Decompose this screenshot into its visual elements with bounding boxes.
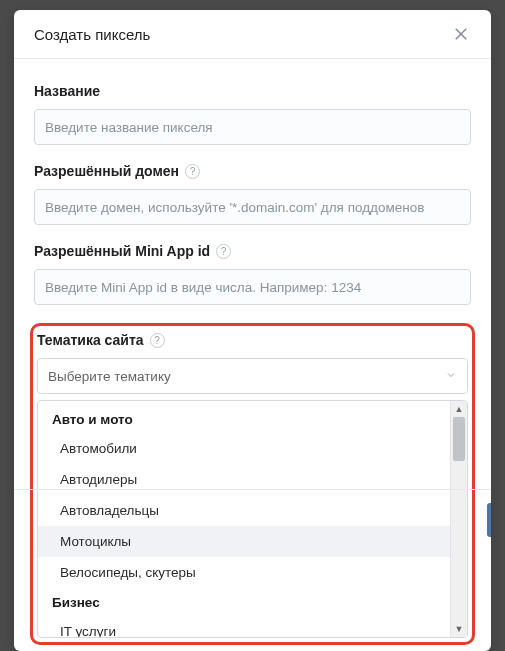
dropdown-group-header: Авто и мото	[38, 405, 450, 433]
help-icon[interactable]: ?	[185, 164, 200, 179]
field-domain-label: Разрешённый домен ?	[34, 163, 471, 179]
footer-separator	[14, 489, 491, 490]
dropdown-item[interactable]: Велосипеды, скутеры	[38, 557, 450, 588]
field-topic: Тематика сайта ? Выберите тематику Авто …	[37, 332, 468, 638]
dropdown-item[interactable]: Автомобили	[38, 433, 450, 464]
field-domain: Разрешённый домен ?	[34, 163, 471, 225]
modal-header: Создать пиксель	[14, 10, 491, 59]
dropdown-item[interactable]: Автодилеры	[38, 464, 450, 495]
miniapp-input[interactable]	[34, 269, 471, 305]
create-pixel-modal: Создать пиксель Название Разрешённый дом…	[14, 10, 491, 651]
modal-body: Название Разрешённый домен ? Разрешённый…	[14, 59, 491, 651]
dropdown-group-header: Бизнес	[38, 588, 450, 616]
topic-select[interactable]: Выберите тематику	[37, 358, 468, 394]
field-miniapp: Разрешённый Mini App id ?	[34, 243, 471, 305]
chevron-down-icon	[445, 369, 457, 384]
dropdown-item[interactable]: IT услуги	[38, 616, 450, 637]
help-icon[interactable]: ?	[216, 244, 231, 259]
name-input[interactable]	[34, 109, 471, 145]
dropdown-item[interactable]: Автовладельцы	[38, 495, 450, 526]
scroll-down-button[interactable]: ▼	[451, 621, 467, 637]
field-name: Название	[34, 83, 471, 145]
primary-button-edge[interactable]	[487, 503, 491, 537]
topic-dropdown-list[interactable]: Авто и мотоАвтомобилиАвтодилерыАвтовладе…	[38, 401, 450, 637]
scroll-thumb[interactable]	[453, 417, 465, 461]
help-icon[interactable]: ?	[150, 333, 165, 348]
field-name-label: Название	[34, 83, 471, 99]
highlight-annotation: Тематика сайта ? Выберите тематику Авто …	[30, 323, 475, 645]
modal-title: Создать пиксель	[34, 26, 150, 43]
topic-select-value: Выберите тематику	[48, 369, 171, 384]
field-topic-label-text: Тематика сайта	[37, 332, 144, 348]
field-miniapp-label: Разрешённый Mini App id ?	[34, 243, 471, 259]
scrollbar[interactable]: ▲ ▼	[450, 401, 467, 637]
dropdown-item[interactable]: Мотоциклы	[38, 526, 450, 557]
close-button[interactable]	[451, 24, 471, 44]
scroll-up-button[interactable]: ▲	[451, 401, 467, 417]
domain-input[interactable]	[34, 189, 471, 225]
close-icon	[452, 25, 470, 43]
field-topic-label: Тематика сайта ?	[37, 332, 468, 348]
field-miniapp-label-text: Разрешённый Mini App id	[34, 243, 210, 259]
field-domain-label-text: Разрешённый домен	[34, 163, 179, 179]
topic-dropdown: Авто и мотоАвтомобилиАвтодилерыАвтовладе…	[37, 400, 468, 638]
